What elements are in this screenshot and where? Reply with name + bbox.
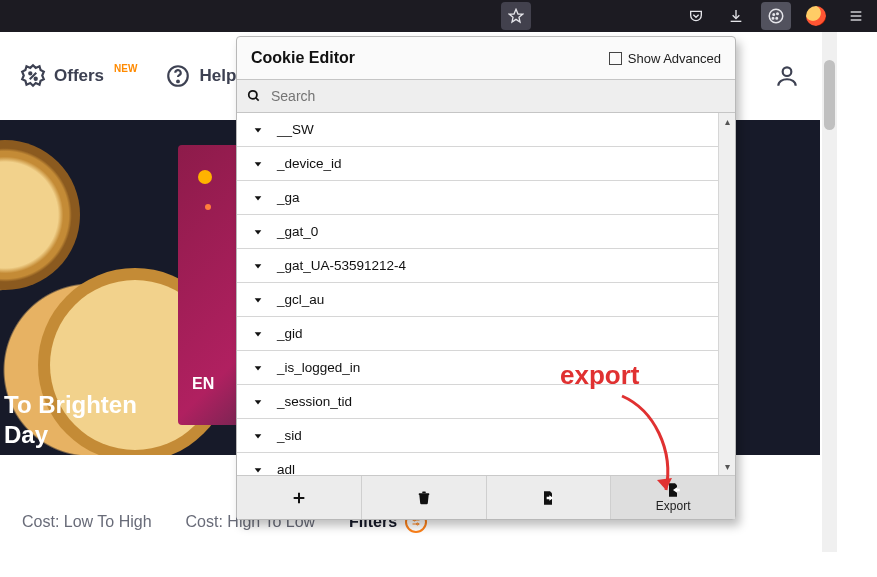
svg-marker-30 — [255, 434, 262, 438]
hero-headline: To Brighten Day — [4, 390, 137, 450]
export-button-label: Export — [656, 499, 691, 513]
cookie-editor-icon — [767, 7, 785, 25]
nav-help-label: Help — [199, 66, 236, 86]
cookie-list: __SW _device_id _ga _gat_0 _gat_UA-53591… — [237, 113, 735, 475]
chevron-down-icon — [253, 295, 263, 305]
nav-signin[interactable] — [774, 63, 800, 89]
svg-point-14 — [783, 67, 792, 76]
add-cookie-button[interactable] — [237, 476, 362, 519]
hero-line2: Day — [4, 420, 137, 450]
app-menu-button[interactable] — [841, 2, 871, 30]
svg-point-2 — [773, 14, 775, 16]
chevron-down-icon — [253, 397, 263, 407]
svg-marker-21 — [255, 128, 262, 132]
cookie-editor-extension-button[interactable] — [761, 2, 791, 30]
svg-rect-34 — [418, 493, 429, 495]
nav-help[interactable]: Help — [165, 63, 236, 89]
scroll-up-button[interactable]: ▴ — [719, 113, 735, 130]
cookie-row[interactable]: _gid — [237, 317, 735, 351]
filter-cost-low-high[interactable]: Cost: Low To High — [22, 513, 152, 531]
search-bar[interactable] — [237, 79, 735, 113]
page-scrollbar[interactable] — [822, 32, 837, 552]
svg-marker-26 — [255, 298, 262, 302]
export-button[interactable]: Export — [611, 476, 735, 519]
help-icon — [165, 63, 191, 89]
other-extension-button[interactable] — [801, 2, 831, 30]
popup-title: Cookie Editor — [251, 49, 355, 67]
svg-marker-31 — [255, 468, 262, 472]
cookie-row[interactable]: _ga — [237, 181, 735, 215]
import-button[interactable] — [487, 476, 612, 519]
offers-icon — [20, 63, 46, 89]
nav-offers-badge: NEW — [114, 63, 137, 74]
svg-point-3 — [777, 13, 779, 15]
svg-point-10 — [29, 72, 31, 74]
scroll-down-button[interactable]: ▾ — [719, 458, 735, 475]
popup-header: Cookie Editor Show Advanced — [237, 37, 735, 79]
nav-offers-label: Offers — [54, 66, 104, 86]
cookie-row[interactable]: _gcl_au — [237, 283, 735, 317]
cookie-row[interactable]: adl — [237, 453, 735, 475]
nav-offers[interactable]: Offers NEW — [20, 63, 135, 89]
svg-point-11 — [35, 78, 37, 80]
browser-toolbar — [0, 0, 877, 32]
svg-line-20 — [256, 98, 259, 101]
svg-marker-29 — [255, 400, 262, 404]
delete-all-button[interactable] — [362, 476, 487, 519]
svg-marker-27 — [255, 332, 262, 336]
downloads-button[interactable] — [721, 2, 751, 30]
cookie-row[interactable]: _gat_UA-53591212-4 — [237, 249, 735, 283]
cookie-name: _sid — [277, 428, 302, 443]
cookie-name: _gcl_au — [277, 292, 324, 307]
svg-point-13 — [178, 81, 180, 83]
checkbox-icon — [609, 52, 622, 65]
page-scrollbar-thumb[interactable] — [824, 60, 835, 130]
export-icon — [665, 482, 681, 498]
chevron-down-icon — [253, 159, 263, 169]
hero-line1: To Brighten — [4, 390, 137, 420]
cookie-row[interactable]: _is_logged_in — [237, 351, 735, 385]
svg-point-19 — [249, 91, 257, 99]
chevron-down-icon — [253, 363, 263, 373]
chevron-down-icon — [253, 193, 263, 203]
cookie-name: _ga — [277, 190, 300, 205]
cookie-name: _device_id — [277, 156, 342, 171]
pocket-button[interactable] — [681, 2, 711, 30]
cookie-row[interactable]: _gat_0 — [237, 215, 735, 249]
show-advanced-label: Show Advanced — [628, 51, 721, 66]
svg-marker-25 — [255, 264, 262, 268]
svg-point-1 — [769, 9, 783, 23]
list-scrollbar[interactable]: ▴ ▾ — [718, 113, 735, 475]
chevron-down-icon — [253, 431, 263, 441]
show-advanced-toggle[interactable]: Show Advanced — [609, 51, 721, 66]
svg-point-4 — [776, 18, 778, 20]
cookie-row[interactable]: _session_tid — [237, 385, 735, 419]
cookie-name: __SW — [277, 122, 314, 137]
search-input[interactable] — [271, 88, 725, 104]
cookie-name: adl — [277, 462, 295, 475]
svg-point-5 — [772, 18, 774, 20]
chevron-down-icon — [253, 329, 263, 339]
svg-marker-22 — [255, 162, 262, 166]
cookie-editor-popup: Cookie Editor Show Advanced __SW _device… — [236, 36, 736, 520]
cookie-row[interactable]: _device_id — [237, 147, 735, 181]
cookie-name: _gat_UA-53591212-4 — [277, 258, 406, 273]
cookie-row[interactable]: _sid — [237, 419, 735, 453]
cookie-name: _session_tid — [277, 394, 352, 409]
trash-icon — [417, 490, 431, 506]
cookie-name: _gid — [277, 326, 303, 341]
bookmark-star-button[interactable] — [501, 2, 531, 30]
cookie-row[interactable]: __SW — [237, 113, 735, 147]
user-icon — [774, 63, 800, 89]
chevron-down-icon — [253, 125, 263, 135]
promo-card-text: EN — [192, 375, 214, 393]
search-icon — [247, 89, 261, 103]
svg-marker-24 — [255, 230, 262, 234]
chevron-down-icon — [253, 227, 263, 237]
downloads-icon — [728, 8, 744, 24]
cookie-name: _gat_0 — [277, 224, 318, 239]
chevron-down-icon — [253, 465, 263, 475]
popup-toolbar: Export — [237, 475, 735, 519]
svg-marker-23 — [255, 196, 262, 200]
svg-marker-28 — [255, 366, 262, 370]
